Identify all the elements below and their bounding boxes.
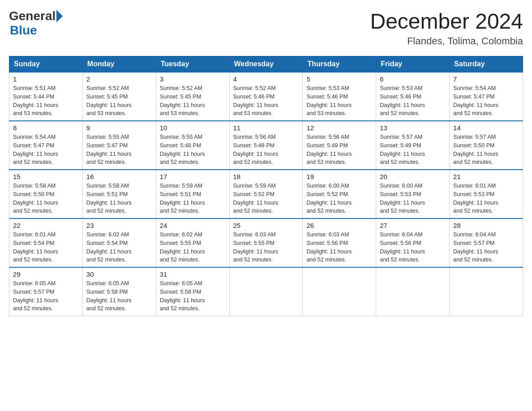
calendar-week-row: 1Sunrise: 5:51 AMSunset: 5:44 PMDaylight… — [9, 72, 523, 121]
calendar-cell: 2Sunrise: 5:52 AMSunset: 5:45 PMDaylight… — [82, 72, 156, 121]
calendar-cell: 5Sunrise: 5:53 AMSunset: 5:46 PMDaylight… — [303, 72, 376, 121]
day-info: Sunrise: 5:58 AMSunset: 5:50 PMDaylight:… — [13, 182, 79, 215]
calendar-cell: 18Sunrise: 5:59 AMSunset: 5:52 PMDayligh… — [229, 170, 303, 218]
calendar-cell: 7Sunrise: 5:54 AMSunset: 5:47 PMDaylight… — [450, 72, 523, 121]
calendar-cell: 4Sunrise: 5:52 AMSunset: 5:46 PMDaylight… — [229, 72, 303, 121]
header-title-block: December 2024 Flandes, Tolima, Colombia — [370, 9, 523, 47]
calendar-cell: 26Sunrise: 6:03 AMSunset: 5:56 PMDayligh… — [303, 218, 376, 267]
calendar-cell: 1Sunrise: 5:51 AMSunset: 5:44 PMDaylight… — [9, 72, 83, 121]
day-number: 29 — [13, 270, 79, 278]
calendar-cell: 27Sunrise: 6:04 AMSunset: 5:56 PMDayligh… — [376, 218, 450, 267]
day-number: 19 — [306, 173, 372, 180]
day-number: 28 — [453, 222, 519, 229]
calendar-cell: 31Sunrise: 6:05 AMSunset: 5:58 PMDayligh… — [156, 267, 229, 316]
day-number: 23 — [86, 222, 152, 229]
day-info: Sunrise: 5:59 AMSunset: 5:51 PMDaylight:… — [160, 182, 226, 215]
day-info: Sunrise: 5:52 AMSunset: 5:45 PMDaylight:… — [86, 84, 152, 118]
day-number: 6 — [380, 75, 446, 83]
day-info: Sunrise: 5:52 AMSunset: 5:45 PMDaylight:… — [160, 84, 226, 118]
day-info: Sunrise: 5:59 AMSunset: 5:52 PMDaylight:… — [233, 182, 299, 215]
day-info: Sunrise: 5:57 AMSunset: 5:49 PMDaylight:… — [380, 133, 446, 167]
calendar-week-row: 22Sunrise: 6:01 AMSunset: 5:54 PMDayligh… — [9, 218, 523, 267]
day-number: 30 — [86, 270, 152, 278]
calendar-cell: 20Sunrise: 6:00 AMSunset: 5:53 PMDayligh… — [376, 170, 450, 218]
day-info: Sunrise: 6:02 AMSunset: 5:54 PMDaylight:… — [86, 231, 152, 264]
day-info: Sunrise: 5:53 AMSunset: 5:46 PMDaylight:… — [306, 84, 372, 118]
calendar-cell: 6Sunrise: 5:53 AMSunset: 5:46 PMDaylight… — [376, 72, 450, 121]
logo: General Blue — [9, 9, 64, 38]
day-header-monday: Monday — [82, 56, 156, 73]
day-number: 12 — [306, 124, 372, 132]
day-header-wednesday: Wednesday — [229, 56, 303, 73]
day-number: 14 — [453, 124, 519, 132]
calendar-week-row: 29Sunrise: 6:05 AMSunset: 5:57 PMDayligh… — [9, 267, 523, 316]
calendar-cell: 23Sunrise: 6:02 AMSunset: 5:54 PMDayligh… — [82, 218, 156, 267]
day-number: 13 — [380, 124, 446, 132]
calendar-cell — [376, 267, 450, 316]
calendar-cell: 21Sunrise: 6:01 AMSunset: 5:53 PMDayligh… — [450, 170, 523, 218]
day-info: Sunrise: 5:55 AMSunset: 5:48 PMDaylight:… — [160, 133, 226, 167]
calendar-cell: 16Sunrise: 5:58 AMSunset: 5:51 PMDayligh… — [82, 170, 156, 218]
calendar-cell: 3Sunrise: 5:52 AMSunset: 5:45 PMDaylight… — [156, 72, 229, 121]
day-info: Sunrise: 5:52 AMSunset: 5:46 PMDaylight:… — [233, 84, 299, 118]
location-title: Flandes, Tolima, Colombia — [370, 35, 523, 47]
day-number: 17 — [160, 173, 226, 180]
calendar-cell: 8Sunrise: 5:54 AMSunset: 5:47 PMDaylight… — [9, 121, 83, 170]
logo-blue-text: Blue — [10, 23, 37, 37]
day-number: 15 — [13, 173, 79, 180]
day-info: Sunrise: 5:54 AMSunset: 5:47 PMDaylight:… — [453, 84, 519, 118]
day-info: Sunrise: 6:05 AMSunset: 5:58 PMDaylight:… — [86, 279, 152, 313]
day-info: Sunrise: 6:01 AMSunset: 5:53 PMDaylight:… — [453, 182, 519, 215]
day-info: Sunrise: 5:56 AMSunset: 5:48 PMDaylight:… — [233, 133, 299, 167]
calendar-cell: 12Sunrise: 5:56 AMSunset: 5:49 PMDayligh… — [303, 121, 376, 170]
day-number: 3 — [160, 75, 226, 83]
calendar-cell: 15Sunrise: 5:58 AMSunset: 5:50 PMDayligh… — [9, 170, 83, 218]
day-info: Sunrise: 5:56 AMSunset: 5:49 PMDaylight:… — [306, 133, 372, 167]
day-info: Sunrise: 6:05 AMSunset: 5:57 PMDaylight:… — [13, 279, 79, 313]
calendar-cell — [450, 267, 523, 316]
day-number: 16 — [86, 173, 152, 180]
calendar-cell: 25Sunrise: 6:03 AMSunset: 5:55 PMDayligh… — [229, 218, 303, 267]
calendar-cell — [229, 267, 303, 316]
calendar-cell: 13Sunrise: 5:57 AMSunset: 5:49 PMDayligh… — [376, 121, 450, 170]
day-number: 7 — [453, 75, 519, 83]
day-info: Sunrise: 6:03 AMSunset: 5:55 PMDaylight:… — [233, 231, 299, 264]
page-header: General Blue December 2024 Flandes, Toli… — [9, 9, 523, 47]
logo-arrow-icon — [56, 10, 63, 22]
day-info: Sunrise: 6:00 AMSunset: 5:52 PMDaylight:… — [306, 182, 372, 215]
day-info: Sunrise: 5:54 AMSunset: 5:47 PMDaylight:… — [13, 133, 79, 167]
day-info: Sunrise: 5:51 AMSunset: 5:44 PMDaylight:… — [13, 84, 79, 118]
day-number: 1 — [13, 75, 79, 83]
calendar-cell: 9Sunrise: 5:55 AMSunset: 5:47 PMDaylight… — [82, 121, 156, 170]
day-number: 26 — [306, 222, 372, 229]
calendar-cell: 22Sunrise: 6:01 AMSunset: 5:54 PMDayligh… — [9, 218, 83, 267]
logo-general-text: General — [9, 9, 56, 23]
day-number: 10 — [160, 124, 226, 132]
calendar-cell: 14Sunrise: 5:57 AMSunset: 5:50 PMDayligh… — [450, 121, 523, 170]
calendar-cell — [303, 267, 376, 316]
day-info: Sunrise: 5:53 AMSunset: 5:46 PMDaylight:… — [380, 84, 446, 118]
calendar-cell: 24Sunrise: 6:02 AMSunset: 5:55 PMDayligh… — [156, 218, 229, 267]
calendar-header-row: SundayMondayTuesdayWednesdayThursdayFrid… — [9, 56, 523, 73]
calendar-week-row: 15Sunrise: 5:58 AMSunset: 5:50 PMDayligh… — [9, 170, 523, 218]
day-number: 5 — [306, 75, 372, 83]
day-info: Sunrise: 6:04 AMSunset: 5:56 PMDaylight:… — [380, 231, 446, 264]
day-number: 8 — [13, 124, 79, 132]
day-header-thursday: Thursday — [303, 56, 376, 73]
day-info: Sunrise: 5:57 AMSunset: 5:50 PMDaylight:… — [453, 133, 519, 167]
day-info: Sunrise: 6:04 AMSunset: 5:57 PMDaylight:… — [453, 231, 519, 264]
day-header-tuesday: Tuesday — [156, 56, 229, 73]
day-header-saturday: Saturday — [450, 56, 523, 73]
month-title: December 2024 — [370, 9, 523, 34]
calendar-cell: 17Sunrise: 5:59 AMSunset: 5:51 PMDayligh… — [156, 170, 229, 218]
calendar-cell: 19Sunrise: 6:00 AMSunset: 5:52 PMDayligh… — [303, 170, 376, 218]
day-header-friday: Friday — [376, 56, 450, 73]
calendar-cell: 29Sunrise: 6:05 AMSunset: 5:57 PMDayligh… — [9, 267, 83, 316]
day-number: 2 — [86, 75, 152, 83]
day-info: Sunrise: 6:00 AMSunset: 5:53 PMDaylight:… — [380, 182, 446, 215]
day-info: Sunrise: 6:05 AMSunset: 5:58 PMDaylight:… — [160, 279, 226, 313]
day-info: Sunrise: 5:55 AMSunset: 5:47 PMDaylight:… — [86, 133, 152, 167]
day-info: Sunrise: 6:02 AMSunset: 5:55 PMDaylight:… — [160, 231, 226, 264]
day-number: 22 — [13, 222, 79, 229]
day-number: 21 — [453, 173, 519, 180]
